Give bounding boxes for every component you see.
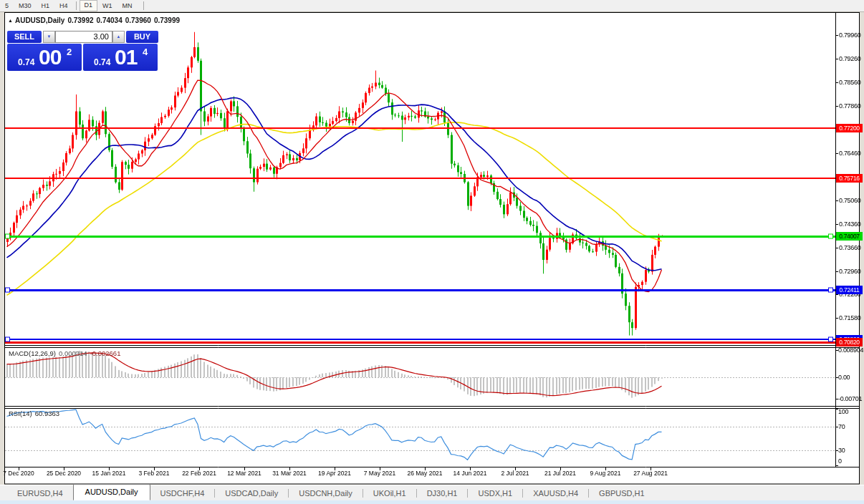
status-strip: [0, 500, 864, 504]
price-axis-label: 0.74360: [839, 220, 863, 228]
ohlc-close: 0.73999: [154, 16, 180, 24]
chart-tab-bar: EURUSD,H4AUDUSD,DailyUSDCHF,H4USDCAD,Dai…: [0, 485, 864, 500]
macd-axis-label: 0.008904: [838, 346, 863, 354]
date-axis-label: 9 Aug 2021: [580, 470, 630, 477]
hline-price-label: 0.77200: [836, 124, 863, 132]
chevron-down-icon: ▼: [47, 34, 52, 39]
rsi-axis-label: 100: [838, 408, 863, 415]
buy-price-base: 0.74: [94, 57, 110, 67]
date-axis-label: 2 Jul 2021: [490, 470, 540, 477]
date-axis-label: 25 Dec 2020: [39, 470, 89, 477]
macd-axis-label: -0.00701: [838, 395, 863, 402]
hline-price-label: 0.74007: [836, 232, 863, 241]
trading-platform-window: 5M30H1H4D1W1MN ▲AUDUSD,Daily0.739920.740…: [0, 0, 864, 504]
sell-price-point: 2: [67, 47, 72, 57]
price-axis-label: 0.75060: [839, 197, 863, 204]
date-axis-label: 22 Feb 2021: [174, 470, 224, 477]
tab-ukoil-h1[interactable]: UKOil,H1: [363, 486, 416, 500]
timeframe-button-M30[interactable]: M30: [14, 1, 37, 11]
ohlc-high: 0.74034: [97, 16, 123, 24]
price-axis-label: 0.77860: [839, 102, 863, 110]
one-click-trading-panel: SELL ▼ 3.00 ▲ BUY 0.74 00 2 0.74 01 4: [7, 31, 158, 71]
date-axis-label: 15 Jan 2021: [84, 470, 134, 477]
macd-main-value: 0.000314: [59, 349, 87, 357]
price-axis-label: 0.73660: [839, 244, 863, 251]
macd-axis-label: 0.00: [838, 374, 863, 381]
rsi-axis-label: 70: [838, 423, 863, 430]
price-axis-label: 0.78560: [839, 79, 863, 86]
date-axis-label: 3 Feb 2021: [129, 470, 179, 477]
tab-xauusd-h4[interactable]: XAUUSD,H4: [523, 486, 588, 500]
volume-increase-button[interactable]: ▲: [112, 31, 125, 43]
date-axis-label: 26 May 2021: [400, 470, 450, 477]
price-axis-label: 0.71580: [839, 314, 863, 321]
date-axis-label: 12 Mar 2021: [219, 470, 269, 477]
tab-usdcad-daily[interactable]: USDCAD,Daily: [215, 486, 288, 500]
volume-input[interactable]: 3.00: [55, 31, 112, 43]
timeframe-button-H4[interactable]: H4: [54, 1, 73, 11]
ohlc-open: 0.73992: [67, 16, 93, 24]
rsi-indicator-label: RSI(14)60.9363: [9, 410, 62, 417]
tab-dj30-h1[interactable]: DJ30,H1: [417, 486, 468, 500]
volume-decrease-button[interactable]: ▼: [43, 31, 55, 43]
date-axis-label: 27 Aug 2021: [625, 470, 676, 477]
chart-canvas[interactable]: [0, 0, 864, 504]
date-axis-label: 7 May 2021: [355, 470, 405, 477]
buy-button[interactable]: BUY: [126, 31, 158, 43]
timeframe-button-H1[interactable]: H1: [37, 1, 55, 11]
chevron-up-icon: ▲: [117, 34, 121, 39]
buy-price-point: 4: [143, 47, 148, 57]
price-axis-label: 0.72960: [839, 268, 863, 275]
date-axis-label: 31 Mar 2021: [264, 470, 315, 477]
date-axis-label: 19 Apr 2021: [309, 470, 360, 477]
date-axis-label: 21 Jul 2021: [535, 470, 585, 477]
timeframe-toolbar: 5M30H1H4D1W1MN: [0, 0, 864, 12]
tab-audusd-daily[interactable]: AUDUSD,Daily: [73, 484, 150, 500]
tab-gbpusd-h1[interactable]: GBPUSD,H1: [589, 486, 655, 500]
timeframe-button-5[interactable]: 5: [0, 1, 14, 11]
buy-price-pips: 01: [115, 45, 137, 69]
symbol-period-label: AUDUSD,Daily: [15, 16, 64, 24]
macd-name: MACD(12,26,9): [9, 349, 56, 357]
rsi-name: RSI(14): [9, 410, 32, 417]
timeframe-button-MN[interactable]: MN: [117, 1, 138, 11]
rsi-axis-label: 30: [838, 447, 863, 454]
chart-title: ▲AUDUSD,Daily0.739920.740340.739600.7399…: [8, 16, 183, 24]
hline-price-label: 0.75716: [836, 174, 863, 183]
price-axis-label: 0.76460: [839, 150, 863, 157]
date-axis-label: 7 Dec 2020: [0, 470, 44, 477]
collapse-icon[interactable]: ▲: [8, 18, 13, 23]
tab-usdcnh-daily[interactable]: USDCNH,Daily: [289, 486, 363, 500]
tab-eurusd-h4[interactable]: EURUSD,H4: [7, 486, 73, 500]
hline-price-label: 0.70820: [836, 338, 863, 346]
buy-price-quote[interactable]: 0.74 01 4: [83, 44, 158, 71]
rsi-value: 60.9363: [35, 410, 59, 417]
sell-price-quote[interactable]: 0.74 00 2: [7, 44, 82, 71]
toolbar-separator: [143, 1, 144, 10]
ohlc-low: 0.73960: [125, 16, 151, 24]
rsi-axis-label: 0: [838, 457, 863, 465]
tab-usdchf-h4[interactable]: USDCHF,H4: [150, 486, 215, 500]
date-axis-label: 14 Jun 2021: [445, 470, 495, 477]
hline-price-label: 0.72411: [836, 286, 863, 294]
tab-usdx-h1[interactable]: USDX,H1: [468, 486, 522, 500]
timeframe-button-W1[interactable]: W1: [97, 1, 117, 11]
macd-indicator-label: MACD(12,26,9)0.000314-0.002661: [9, 349, 123, 357]
price-axis-label: 0.79960: [839, 32, 863, 39]
price-axis-label: 0.79260: [839, 55, 863, 62]
sell-price-base: 0.74: [18, 57, 34, 67]
toolbar-separator: [76, 1, 77, 10]
sell-button[interactable]: SELL: [7, 31, 42, 43]
macd-signal-value: -0.002661: [90, 349, 121, 357]
sell-price-pips: 00: [39, 45, 61, 69]
timeframe-button-D1[interactable]: D1: [80, 0, 98, 11]
